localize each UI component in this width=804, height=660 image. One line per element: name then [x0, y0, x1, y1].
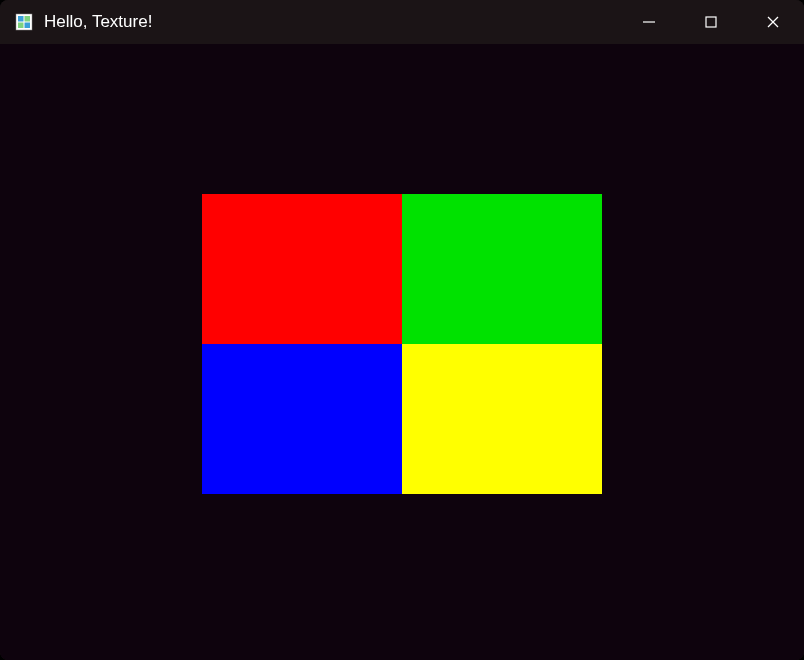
application-window: Hello, Texture!	[0, 0, 804, 660]
maximize-button[interactable]	[680, 0, 742, 44]
texture-quad	[202, 194, 602, 494]
texture-quadrant-bottom-right	[402, 344, 602, 494]
titlebar[interactable]: Hello, Texture!	[0, 0, 804, 44]
close-button[interactable]	[742, 0, 804, 44]
texture-quadrant-bottom-left	[202, 344, 402, 494]
svg-rect-4	[25, 23, 31, 29]
svg-rect-1	[18, 16, 24, 22]
svg-rect-3	[18, 23, 24, 29]
texture-quadrant-top-left	[202, 194, 402, 344]
app-icon	[14, 12, 34, 32]
client-area	[0, 44, 804, 660]
texture-quadrant-top-right	[402, 194, 602, 344]
svg-rect-2	[25, 16, 31, 22]
titlebar-left: Hello, Texture!	[14, 12, 152, 32]
svg-rect-6	[706, 17, 716, 27]
window-title: Hello, Texture!	[44, 12, 152, 32]
window-controls	[618, 0, 804, 44]
minimize-button[interactable]	[618, 0, 680, 44]
